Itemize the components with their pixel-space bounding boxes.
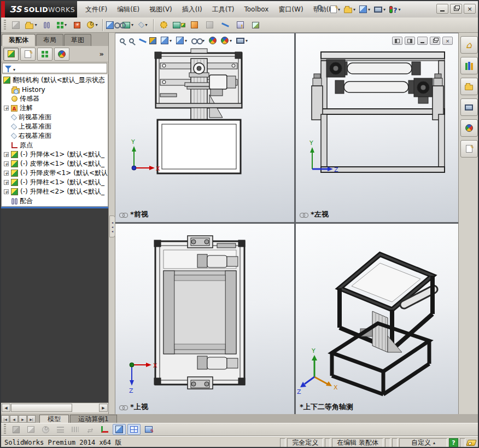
toolbar-grip[interactable] xyxy=(4,20,6,31)
viewport-top[interactable]: X Z *上视 xyxy=(115,224,294,415)
new-document-button[interactable] xyxy=(329,4,341,14)
insert-component-button[interactable] xyxy=(9,19,23,32)
file-explorer-tab[interactable] xyxy=(460,78,478,95)
minimize-button[interactable] xyxy=(436,4,448,14)
edit-appearance-button[interactable] xyxy=(208,36,218,45)
component-pattern-button[interactable] xyxy=(55,19,69,32)
last-tab-button[interactable]: ▶| xyxy=(27,415,36,423)
scrollbar-thumb[interactable] xyxy=(11,404,72,412)
swap-button[interactable] xyxy=(83,424,96,435)
hide-show-items-button[interactable] xyxy=(190,37,206,44)
tree-filter-input[interactable] xyxy=(2,63,107,73)
scroll-right-button[interactable]: ▶ xyxy=(99,404,108,412)
previous-view-button[interactable] xyxy=(137,36,146,45)
shaded-display-button[interactable] xyxy=(113,424,126,435)
bill-of-materials-button[interactable] xyxy=(172,19,186,32)
open-button[interactable] xyxy=(343,4,357,14)
move-component-button[interactable] xyxy=(85,19,100,32)
four-view-button[interactable] xyxy=(127,424,141,435)
menu-toolbox[interactable]: Toolbox xyxy=(240,4,273,15)
layers-button[interactable] xyxy=(24,424,37,435)
tree-item-mates[interactable]: 配合 xyxy=(2,196,108,206)
expand-icon[interactable] xyxy=(4,180,9,185)
tab-motion-study[interactable]: 运动算例1 xyxy=(70,415,117,423)
line-style-button[interactable] xyxy=(54,424,67,435)
next-tab-button[interactable]: ▶ xyxy=(19,415,27,423)
measure-button[interactable] xyxy=(218,19,232,32)
menu-edit[interactable]: 编辑(E) xyxy=(113,3,144,16)
expand-icon[interactable] xyxy=(4,152,9,157)
tree-item-top-plane[interactable]: 上视基准面 xyxy=(2,122,108,131)
expand-icon[interactable] xyxy=(4,106,9,110)
screen-capture-button[interactable] xyxy=(248,19,262,32)
appearances-tab[interactable] xyxy=(460,119,478,137)
smart-fasteners-button[interactable] xyxy=(70,19,84,32)
mate-button[interactable] xyxy=(39,19,54,32)
open-component-button[interactable] xyxy=(24,19,38,32)
tree-item-history[interactable]: History xyxy=(2,85,108,94)
resources-tab[interactable]: ⌂ xyxy=(460,36,478,54)
design-library-tab[interactable] xyxy=(460,57,478,74)
section-view-button[interactable] xyxy=(148,36,157,45)
tree-item-component[interactable]: (-) 皮带体<1> (默认<默认_ xyxy=(2,159,108,168)
view-orientation-button[interactable] xyxy=(160,36,173,45)
displaymanager-tab[interactable] xyxy=(54,48,69,61)
panel-collapse-tab[interactable]: ◂◂◂ xyxy=(109,216,115,237)
view-palette-tab[interactable] xyxy=(460,98,478,116)
tree-root-assembly[interactable]: 翻转机构 (默认<默认_显示状态 xyxy=(2,75,108,85)
tree-item-component[interactable]: (-) 升降体<1> (默认<默认_ xyxy=(2,150,108,159)
show-hidden-components-button[interactable] xyxy=(106,19,120,32)
tab-assembly[interactable]: 装配体 xyxy=(2,34,36,46)
close-button[interactable]: × xyxy=(464,4,476,14)
show-right-pane-button[interactable] xyxy=(405,37,415,45)
left-view-render[interactable]: Y Z xyxy=(296,33,458,222)
quick-tips-button[interactable]: ? xyxy=(449,438,458,447)
exploded-view-button[interactable] xyxy=(187,19,201,32)
reference-geometry-button[interactable] xyxy=(136,19,150,32)
viewport-vertical-divider[interactable] xyxy=(294,33,296,415)
section-tool-button[interactable] xyxy=(9,424,22,435)
filter-dropdown[interactable] xyxy=(13,63,15,73)
viewport-left[interactable]: Y Z *左视 xyxy=(296,33,458,222)
tree-item-annotations[interactable]: 注解 xyxy=(2,103,108,113)
tree-item-right-plane[interactable]: 右视基准面 xyxy=(2,131,108,141)
restore-button[interactable] xyxy=(450,4,462,14)
expand-icon[interactable] xyxy=(4,171,9,176)
interference-detection-button[interactable] xyxy=(233,19,247,32)
scroll-left-button[interactable]: ◀ xyxy=(2,404,10,412)
featuremanager-tab[interactable] xyxy=(3,48,19,61)
document-close-button[interactable]: × xyxy=(442,37,453,45)
configurationmanager-tab[interactable] xyxy=(37,48,52,61)
toolbar-grip[interactable] xyxy=(4,424,6,435)
tab-layout[interactable]: 布局 xyxy=(36,34,63,46)
tree-item-component[interactable]: (-) 升降柱<1> (默认<默认_ xyxy=(2,178,108,187)
viewport-isometric[interactable]: Y X Z *上下二等角轴测 xyxy=(296,224,458,415)
explode-line-sketch-button[interactable] xyxy=(202,19,217,32)
show-left-pane-button[interactable] xyxy=(392,37,402,45)
menu-insert[interactable]: 插入(I) xyxy=(178,3,207,16)
viewport-horizontal-divider[interactable] xyxy=(115,222,458,224)
grid-button[interactable] xyxy=(68,424,81,435)
save-view-button[interactable] xyxy=(142,424,155,435)
previous-tab-button[interactable]: ◀ xyxy=(10,415,18,423)
display-style-button[interactable] xyxy=(175,36,188,45)
menu-window[interactable]: 窗口(W) xyxy=(274,3,307,16)
panel-viewport-splitter[interactable]: ◂◂◂ xyxy=(108,33,115,414)
panel-horizontal-scrollbar[interactable]: ◀ ▶ xyxy=(1,403,108,412)
panel-overflow-chevron[interactable]: » xyxy=(100,50,106,58)
menu-view[interactable]: 视图(V) xyxy=(145,3,177,16)
help-options-button[interactable] xyxy=(388,3,402,16)
apply-scene-button[interactable] xyxy=(220,36,233,45)
custom-properties-tab[interactable] xyxy=(460,140,478,158)
view-settings-button[interactable] xyxy=(235,37,249,45)
document-restore-button[interactable] xyxy=(430,37,440,45)
save-button[interactable] xyxy=(358,4,371,14)
search-icon[interactable] xyxy=(317,5,322,10)
tree-item-origin[interactable]: 原点 xyxy=(2,141,108,150)
top-view-render[interactable]: X Z xyxy=(115,224,294,415)
zoom-to-area-button[interactable] xyxy=(128,37,135,44)
tree-item-sensors[interactable]: 传感器 xyxy=(2,94,108,103)
viewport-front[interactable]: Y X *前视 xyxy=(115,33,294,222)
isometric-view-render[interactable]: Y X Z xyxy=(296,224,458,415)
tree-item-component[interactable]: (-) 升降柱<2> (默认<默认_ xyxy=(2,187,108,196)
